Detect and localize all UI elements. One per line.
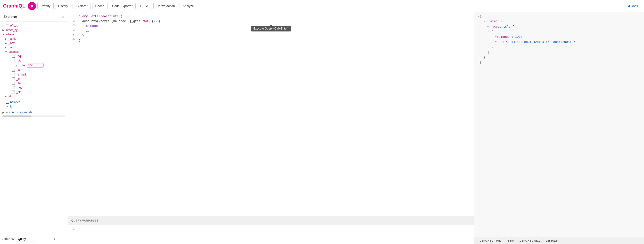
field-label: id: (8, 95, 12, 98)
field-label: _gt: (16, 59, 21, 62)
collapse-data-icon[interactable]: ▼ (483, 20, 485, 23)
list-item[interactable]: order_by: (0, 28, 68, 32)
explorer-header: Explorer × (0, 12, 68, 21)
collapse-accounts-icon[interactable]: ▼ (487, 26, 489, 28)
chevron-down-icon: ▼ (53, 238, 56, 240)
list-item[interactable]: _and: (0, 37, 68, 41)
response-footer: RESPONSE TIME 73 ms RESPONSE SIZE 168 by… (474, 237, 644, 244)
rest-button[interactable]: REST (137, 3, 152, 9)
arrow-down-icon (5, 51, 8, 53)
list-item[interactable]: balance: (0, 50, 68, 54)
variables-editor[interactable] (77, 225, 474, 244)
field-checkbox[interactable] (12, 55, 15, 58)
field-label: offset: (10, 24, 18, 27)
code-editor[interactable]: 1 2 3 4 5 6 7 query GetLargeAccounts { a… (68, 12, 474, 216)
docs-button[interactable]: ◀ Docs (624, 3, 641, 9)
list-item[interactable]: offset: (0, 23, 68, 28)
field-checkbox[interactable] (6, 24, 9, 27)
query-variables-bar[interactable]: QUERY VARIABLES (68, 216, 474, 225)
field-label: _or: (8, 46, 14, 49)
main-area: Explorer × offset: order_by: where: (0, 12, 644, 244)
field-label: balance (10, 101, 20, 104)
variables-editor-area: 1 (68, 225, 474, 244)
list-item[interactable]: where: (0, 32, 68, 37)
response-body: ▼ { ▼ "data": { ▼ "accounts": [ { "balan… (474, 12, 644, 237)
field-checkbox[interactable] (12, 73, 15, 76)
field-checkbox[interactable] (12, 86, 15, 89)
scrollbar-track[interactable] (2, 116, 65, 118)
gte-value-input[interactable] (27, 63, 44, 68)
query-code[interactable]: query GetLargeAccounts { accounts(where:… (77, 12, 474, 216)
prettify-button[interactable]: Prettify (37, 3, 54, 9)
arrow-right-icon (2, 29, 5, 31)
app-title: GraphiQL (3, 3, 25, 9)
list-item[interactable]: _nin: (0, 90, 68, 94)
line-number: 4 (73, 28, 75, 33)
query-variables-label: QUERY VARIABLES (71, 219, 98, 222)
list-item[interactable]: _in: (0, 68, 68, 72)
line-number: 7 (73, 42, 75, 46)
explorer-button[interactable]: Explorer (72, 3, 90, 9)
line-number: 1 (73, 14, 75, 19)
scrollbar-thumb[interactable] (2, 116, 32, 118)
arrow-right-icon (5, 42, 8, 45)
field-checkbox[interactable] (12, 82, 15, 85)
query-type-select[interactable]: Query Mutation Subscription (16, 236, 36, 242)
run-button[interactable] (28, 2, 36, 10)
field-label: _nin: (16, 90, 22, 94)
field-checkbox[interactable] (6, 105, 9, 108)
response-size-label: RESPONSE SIZE (518, 239, 541, 242)
play-icon (31, 4, 34, 8)
close-explorer-button[interactable]: × (62, 14, 64, 19)
field-label: id (10, 105, 12, 108)
list-item[interactable]: _not: (0, 41, 68, 45)
gte-label: _gte: (19, 64, 26, 67)
response-time-label: RESPONSE TIME (478, 239, 501, 242)
list-item[interactable]: _eq: (0, 54, 68, 58)
add-query-button[interactable]: + (59, 236, 65, 242)
field-checkbox[interactable] (15, 64, 18, 67)
response-panel: ▼ { ▼ "data": { ▼ "accounts": [ { "balan… (474, 12, 644, 244)
response-time-value: 73 ms (506, 239, 514, 242)
field-label: _is_null: (16, 73, 27, 76)
response-size-value: 168 bytes (546, 239, 558, 242)
field-label: _lte: (16, 82, 22, 85)
list-item[interactable]: _is_null: (0, 72, 68, 77)
collapse-icon[interactable]: ▼ (478, 14, 479, 19)
list-item[interactable]: id: (0, 94, 68, 99)
field-checkbox[interactable] (6, 101, 9, 104)
list-item[interactable]: _lt: (0, 77, 68, 81)
editor-panel: Execute Query (Ctrl+Enter) 1 2 3 4 5 6 7… (68, 12, 474, 244)
list-item[interactable]: balance (0, 100, 68, 104)
cache-button[interactable]: Cache (92, 3, 108, 9)
line-numbers: 1 2 3 4 5 6 7 (68, 12, 77, 216)
code-exporter-button[interactable]: Code Exporter (109, 3, 136, 9)
add-new-label: Add New (2, 237, 14, 241)
field-label: balance: (8, 50, 20, 53)
list-item[interactable]: _or: (0, 45, 68, 50)
response-tree: ▼ { ▼ "data": { ▼ "accounts": [ { "balan… (478, 14, 640, 66)
field-checkbox[interactable] (12, 91, 15, 94)
history-button[interactable]: History (55, 3, 71, 9)
chevron-left-icon: ◀ (627, 4, 630, 8)
gte-input-row[interactable]: _gte: (0, 63, 68, 68)
list-item[interactable]: _lte: (0, 81, 68, 85)
field-label: _eq: (16, 54, 22, 58)
list-item[interactable]: _gt: (0, 58, 68, 63)
line-number: 3 (73, 23, 75, 28)
line-number: 5 (73, 33, 75, 37)
field-label: where: (6, 33, 15, 36)
field-checkbox[interactable] (12, 77, 15, 80)
explorer-body[interactable]: offset: order_by: where: _and: _not: (0, 21, 68, 234)
list-item[interactable]: id (0, 104, 68, 109)
line-number: 6 (73, 37, 75, 42)
field-checkbox[interactable] (12, 59, 15, 62)
list-item[interactable]: _neq: (0, 85, 68, 90)
explorer-panel: Explorer × offset: order_by: where: (0, 12, 68, 244)
analyze-button[interactable]: Analyze (180, 3, 197, 9)
field-label: _in: (16, 69, 21, 72)
field-checkbox[interactable] (12, 69, 15, 72)
explorer-footer: Add New Query Mutation Subscription ▼ + (0, 234, 68, 244)
derive-action-button[interactable]: Derive action (153, 3, 178, 9)
list-item[interactable]: accounts_aggregate (0, 110, 68, 115)
